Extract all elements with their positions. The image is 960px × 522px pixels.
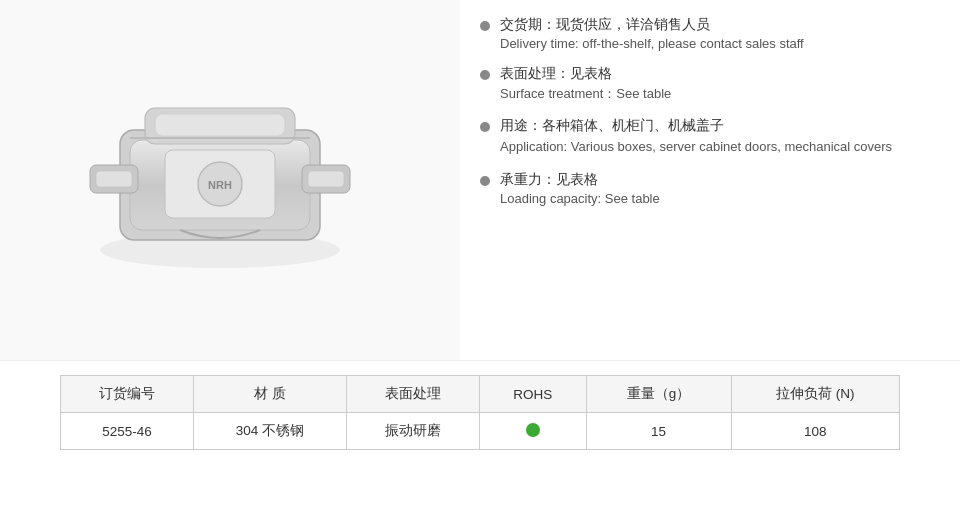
specs-panel: 交货期：现货供应，详洽销售人员 Delivery time: off-the-s… [460, 0, 960, 360]
spec-en-surface: Surface treatment：See table [500, 85, 671, 103]
spec-en-delivery: Delivery time: off-the-shelf, please con… [500, 36, 804, 51]
spec-en-loading: Loading capacity: See table [500, 191, 660, 206]
col-header-material: 材 质 [194, 376, 346, 413]
cell-partno: 5255-46 [61, 413, 194, 450]
rohs-indicator [526, 423, 540, 437]
table-row: 5255-46 304 不锈钢 振动研磨 15 108 [61, 413, 900, 450]
bullet-loading [480, 176, 490, 186]
spec-zh-delivery: 交货期：现货供应，详洽销售人员 [500, 16, 804, 34]
cell-surface: 振动研磨 [346, 413, 479, 450]
cell-rohs [479, 413, 586, 450]
cell-material: 304 不锈钢 [194, 413, 346, 450]
spec-zh-application: 用途：各种箱体、机柜门、机械盖子 [500, 117, 892, 135]
col-header-rohs: ROHS [479, 376, 586, 413]
col-header-surface: 表面处理 [346, 376, 479, 413]
product-image-panel: NRH [0, 0, 460, 360]
spec-zh-surface: 表面处理：见表格 [500, 65, 671, 83]
col-header-load: 拉伸负荷 (N) [731, 376, 900, 413]
product-image: NRH [60, 50, 400, 310]
svg-rect-11 [155, 114, 285, 136]
col-header-weight: 重量（g） [586, 376, 731, 413]
cell-weight: 15 [586, 413, 731, 450]
spec-zh-loading: 承重力：见表格 [500, 171, 660, 189]
spec-item-loading: 承重力：见表格 Loading capacity: See table [480, 171, 940, 206]
bullet-delivery [480, 21, 490, 31]
svg-rect-7 [96, 171, 132, 187]
data-table-section: 订货编号 材 质 表面处理 ROHS 重量（g） 拉伸负荷 (N) 5255-4… [0, 360, 960, 470]
spec-item-application: 用途：各种箱体、机柜门、机械盖子 Application: Various bo… [480, 117, 940, 157]
product-table: 订货编号 材 质 表面处理 ROHS 重量（g） 拉伸负荷 (N) 5255-4… [60, 375, 900, 450]
spec-en-application: Application: Various boxes, server cabin… [500, 137, 892, 157]
svg-rect-9 [308, 171, 344, 187]
cell-load: 108 [731, 413, 900, 450]
spec-item-surface: 表面处理：见表格 Surface treatment：See table [480, 65, 940, 103]
spec-item-delivery: 交货期：现货供应，详洽销售人员 Delivery time: off-the-s… [480, 16, 940, 51]
col-header-partno: 订货编号 [61, 376, 194, 413]
bullet-surface [480, 70, 490, 80]
bullet-application [480, 122, 490, 132]
svg-text:NRH: NRH [208, 179, 232, 191]
